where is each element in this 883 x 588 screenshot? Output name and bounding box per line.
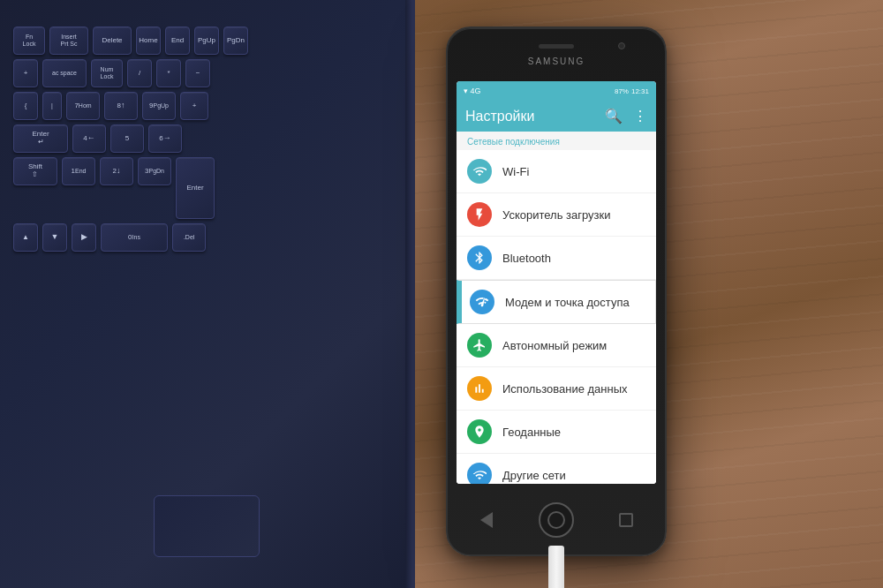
signal-type: 4G — [471, 87, 481, 95]
key-2[interactable]: 2↓ — [100, 157, 133, 185]
key-3[interactable]: 3PgDn — [138, 157, 171, 185]
key-pgup[interactable]: PgUp — [194, 26, 219, 55]
key-row-4: Enter↵ 4← 5 6→ — [13, 124, 399, 153]
phone-screen: ▾ 4G 87% 12:31 Настройки 🔍 ⋮ Сетевые под… — [457, 81, 656, 484]
key-1[interactable]: 1End — [62, 157, 95, 185]
settings-item-wifi[interactable]: Wi-Fi — [457, 150, 656, 193]
settings-item-airplane[interactable]: Автономный режим — [457, 324, 656, 367]
bluetooth-label: Bluetooth — [502, 252, 551, 265]
data-usage-label: Использование данных — [502, 382, 628, 396]
wifi-status-icon: ▾ — [464, 87, 468, 95]
back-icon — [480, 512, 493, 528]
key-ac-space[interactable]: ac space — [42, 59, 87, 87]
key-dot[interactable]: .Del — [172, 223, 206, 252]
key-insert[interactable]: InsertPrt Sc — [49, 26, 88, 55]
settings-title: Настройки — [465, 109, 534, 124]
key-row-5: Shift⇧ 1End 2↓ 3PgDn Enter — [13, 157, 399, 219]
home-button[interactable] — [539, 502, 574, 538]
key-brace-open[interactable]: { — [13, 92, 38, 120]
settings-header: Настройки 🔍 ⋮ — [457, 101, 656, 132]
wifi-icon — [467, 159, 492, 184]
key-end[interactable]: End — [165, 26, 190, 55]
settings-item-hotspot[interactable]: Модем и точка доступа — [457, 280, 656, 324]
key-arrow-up[interactable]: ▲ — [13, 223, 38, 252]
key-row-1: FnLock InsertPrt Sc Delete Home End PgUp… — [13, 26, 399, 55]
key-plus-1[interactable]: + — [13, 59, 38, 87]
key-num-lock[interactable]: NumLock — [91, 59, 123, 87]
wifi-label: Wi-Fi — [502, 165, 529, 178]
more-options-icon[interactable]: ⋮ — [633, 108, 647, 124]
key-shift[interactable]: Shift⇧ — [13, 157, 57, 185]
key-slash[interactable]: / — [127, 59, 152, 87]
other-networks-label: Другие сети — [502, 469, 566, 482]
geo-icon — [467, 419, 492, 444]
geo-label: Геоданные — [502, 426, 561, 439]
key-7[interactable]: 7Hom — [66, 92, 100, 120]
key-asterisk[interactable]: * — [156, 59, 181, 87]
key-numpad-plus[interactable]: + — [180, 92, 208, 120]
key-6[interactable]: 6→ — [148, 124, 182, 153]
key-minus[interactable]: − — [185, 59, 210, 87]
settings-item-more-networks[interactable]: Другие сети — [457, 454, 656, 484]
laptop-touchpad[interactable] — [154, 495, 260, 557]
recent-apps-button[interactable] — [617, 511, 635, 529]
key-home[interactable]: Home — [136, 26, 161, 55]
status-icons-right: 87% 12:31 — [615, 87, 649, 95]
key-pipe[interactable]: | — [42, 92, 62, 120]
laptop-keyboard: FnLock InsertPrt Sc Delete Home End PgUp… — [0, 0, 415, 588]
clock: 12:31 — [631, 87, 649, 95]
bluetooth-icon — [467, 245, 492, 270]
key-8[interactable]: 8↑ — [104, 92, 138, 120]
airplane-label: Автономный режим — [502, 339, 607, 352]
laptop-edge — [405, 0, 412, 588]
usb-cable — [548, 546, 564, 588]
battery-level: 87% — [615, 87, 629, 95]
status-bar: ▾ 4G 87% 12:31 — [457, 81, 656, 101]
airplane-icon — [467, 333, 492, 358]
hotspot-label: Модем и точка доступа — [505, 296, 630, 309]
settings-item-bluetooth[interactable]: Bluetooth — [457, 237, 656, 280]
status-icons-left: ▾ 4G — [464, 87, 481, 95]
key-row-3: { | 7Hom 8↑ 9PgUp + — [13, 92, 399, 120]
data-icon — [467, 376, 492, 401]
header-icons: 🔍 ⋮ — [605, 108, 647, 124]
phone-brand: SAMSUNG — [528, 57, 585, 66]
key-row-2: + ac space NumLock / * − — [13, 59, 399, 87]
key-numpad-enter[interactable]: Enter — [176, 157, 215, 219]
section-label: Сетевые подключения — [457, 132, 656, 150]
settings-item-download-booster[interactable]: Ускоритель загрузки — [457, 193, 656, 237]
key-fn-lock[interactable]: FnLock — [13, 26, 45, 55]
recent-icon — [619, 513, 633, 527]
boost-icon — [467, 202, 492, 227]
key-delete[interactable]: Delete — [93, 26, 132, 55]
key-arrow-right[interactable]: ▶ — [72, 223, 96, 252]
phone-speaker — [539, 44, 574, 49]
phone-container: SAMSUNG ▾ 4G 87% 12:31 Настройки 🔍 ⋮ — [446, 26, 667, 565]
phone-nav — [457, 495, 656, 544]
settings-item-data-usage[interactable]: Использование данных — [457, 367, 656, 411]
boost-label: Ускоритель загрузки — [502, 208, 610, 222]
key-arrow-down[interactable]: ▼ — [42, 223, 67, 252]
hotspot-icon — [470, 290, 494, 314]
key-5[interactable]: 5 — [110, 124, 144, 153]
key-4[interactable]: 4← — [72, 124, 106, 153]
settings-item-location[interactable]: Геоданные — [457, 411, 656, 454]
settings-list: Wi-Fi Ускоритель загрузки Bluetooth — [457, 150, 656, 484]
key-row-6: ▲ ▼ ▶ 0Ins .Del — [13, 223, 399, 252]
home-icon — [547, 511, 565, 529]
key-pgdn[interactable]: PgDn — [223, 26, 248, 55]
phone-body: SAMSUNG ▾ 4G 87% 12:31 Настройки 🔍 ⋮ — [446, 26, 667, 556]
phone-camera — [618, 42, 625, 49]
key-0[interactable]: 0Ins — [101, 223, 168, 252]
other-networks-icon — [467, 463, 492, 484]
back-button[interactable] — [478, 511, 495, 529]
search-icon[interactable]: 🔍 — [605, 108, 623, 124]
keyboard-area: FnLock InsertPrt Sc Delete Home End PgUp… — [13, 26, 399, 562]
key-enter[interactable]: Enter↵ — [13, 124, 68, 153]
key-9[interactable]: 9PgUp — [142, 92, 176, 120]
